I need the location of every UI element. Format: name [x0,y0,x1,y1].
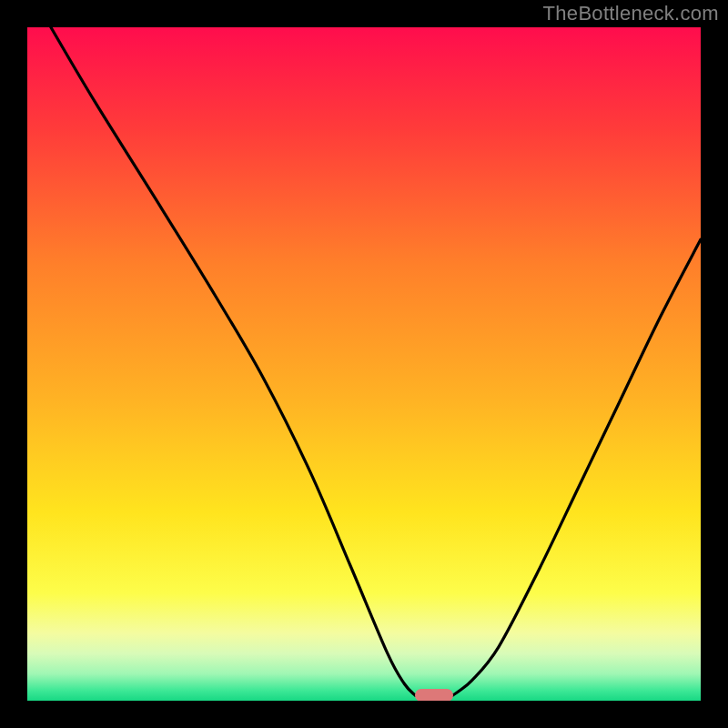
plot-area [27,27,701,701]
watermark-text: TheBottleneck.com [543,2,719,25]
curve-layer [27,27,701,701]
minimum-marker [415,689,452,701]
chart-frame: TheBottleneck.com [0,0,728,728]
right-curve [453,239,701,695]
left-curve [51,27,415,695]
